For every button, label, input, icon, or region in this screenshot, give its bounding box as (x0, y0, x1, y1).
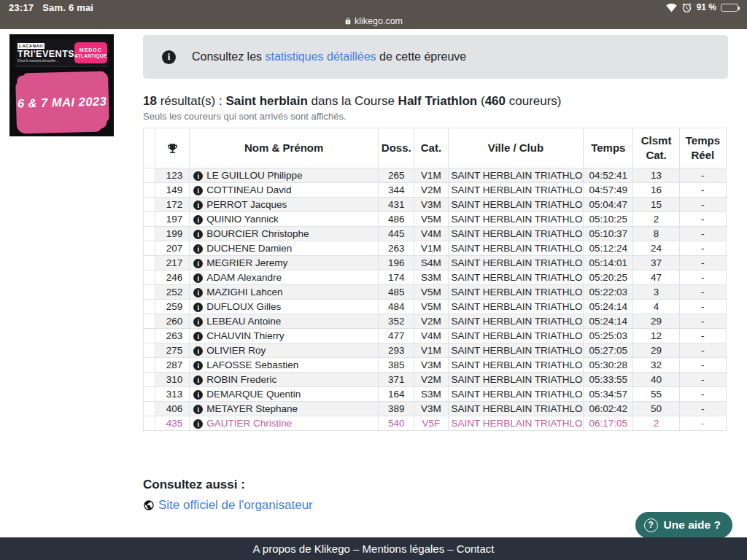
table-row: 217iMEGRIER Jeremy196S4MSAINT HERBLAIN T… (144, 256, 727, 271)
cell-time: 05:25:03 (584, 329, 633, 343)
table-row: 207iDUCHENE Damien263V1MSAINT HERBLAIN T… (144, 241, 727, 256)
info-icon[interactable]: i (193, 303, 203, 312)
cell-bib: 293 (379, 343, 414, 358)
poster-brush-stroke: 6 & 7 MAI 2023 (17, 73, 107, 131)
cell-blank (144, 402, 155, 416)
info-icon[interactable]: i (193, 244, 203, 254)
info-icon[interactable]: i (193, 346, 203, 356)
cell-blank (144, 256, 155, 271)
cell-time: 06:17:05 (584, 416, 633, 431)
cell-rank: 207 (155, 241, 190, 256)
cell-real_time: - (679, 416, 726, 431)
column-header-blank (144, 128, 155, 168)
cell-club: SAINT HERBLAIN TRIATHLON (448, 198, 584, 212)
cell-bib: 486 (379, 212, 414, 227)
runner-name: QUINIO Yannick (206, 214, 279, 225)
info-icon[interactable]: i (193, 201, 203, 210)
cell-cat_rank: 13 (633, 168, 679, 183)
cell-name: iLAFOSSE Sebastien (190, 358, 379, 373)
lock-icon (344, 18, 352, 25)
footer-separator: – (350, 542, 363, 555)
detailed-statistics-link[interactable]: statistiques détaillées (266, 50, 376, 63)
cell-time: 05:10:25 (584, 212, 633, 227)
cell-cat: V2M (414, 183, 448, 198)
footer-link-2[interactable]: Mentions légales (363, 542, 445, 555)
poster-dates: 6 & 7 MAI 2023 (17, 93, 107, 109)
runner-name: LE GUILLOU Philippe (206, 170, 302, 181)
cell-cat: V2M (414, 373, 448, 387)
cell-cat_rank: 40 (633, 373, 679, 387)
poster-tagline: C'est le moment d'exceller ... (18, 60, 74, 63)
info-icon[interactable]: i (193, 317, 203, 327)
trophy-icon (166, 142, 179, 155)
info-icon[interactable]: i (193, 361, 203, 370)
globe-icon (143, 499, 155, 511)
runner-name: OLIVIER Roy (206, 345, 266, 356)
info-icon[interactable]: i (193, 376, 203, 385)
cell-bib: 164 (379, 387, 414, 402)
table-row: 435iGAUTIER Christine540V5FSAINT HERBLAI… (144, 416, 727, 431)
runner-name: BOURCIER Christophe (206, 228, 309, 239)
info-icon[interactable]: i (193, 259, 203, 268)
cell-blank (144, 241, 155, 256)
info-icon[interactable]: i (193, 171, 203, 181)
info-icon[interactable]: i (193, 273, 203, 283)
cell-rank: 287 (155, 358, 190, 373)
cell-cat_rank: 32 (633, 358, 679, 373)
help-button[interactable]: ? Une aide ? (635, 512, 732, 538)
event-poster: LACANAU TRI'EVENTS C'est le moment d'exc… (9, 34, 114, 136)
table-row: 313iDEMARQUE Quentin164S3MSAINT HERBLAIN… (144, 387, 727, 402)
cell-cat_rank: 37 (633, 256, 679, 271)
cell-cat_rank: 50 (633, 402, 679, 416)
runner-name: METAYER Stephane (206, 403, 298, 414)
page-title-part: résultat(s) : (157, 94, 225, 108)
cell-real_time: - (679, 241, 726, 256)
cell-real_time: - (679, 387, 726, 402)
footer-link-3[interactable]: Contact (457, 542, 495, 555)
organizer-site-link[interactable]: Site officiel de l'organisateur (158, 498, 313, 513)
page-title-part: 460 (485, 94, 506, 108)
cell-cat_rank: 29 (633, 343, 679, 358)
cell-rank: 259 (155, 300, 190, 314)
table-row: 252iMAZIGHI Lahcen485V5MSAINT HERBLAIN T… (144, 285, 727, 300)
info-icon[interactable]: i (193, 332, 203, 341)
cell-name: iPERROT Jacques (190, 198, 379, 212)
cell-bib: 477 (379, 329, 414, 343)
table-row: 275iOLIVIER Roy293V1MSAINT HERBLAIN TRIA… (144, 343, 727, 358)
column-header-time: Temps (584, 128, 633, 168)
cell-blank (144, 416, 155, 431)
table-row: 199iBOURCIER Christophe445V4MSAINT HERBL… (144, 227, 727, 241)
cell-cat: V5M (414, 285, 448, 300)
info-icon[interactable]: i (193, 230, 203, 239)
stats-info-banner: i Consultez les statistiques détaillées … (143, 35, 728, 79)
info-icon[interactable]: i (193, 215, 203, 225)
url-bar[interactable]: klikego.com (0, 14, 747, 28)
page-title-part: dans la Course (308, 94, 398, 108)
page-title-part: Half Triathlon (398, 94, 478, 108)
cell-rank: 172 (155, 198, 190, 212)
info-icon[interactable]: i (193, 288, 203, 298)
cell-club: SAINT HERBLAIN TRIATHLON (448, 402, 584, 416)
cell-rank: 149 (155, 183, 190, 198)
runner-name: ROBIN Frederic (206, 374, 276, 385)
cell-time: 05:24:14 (584, 314, 633, 329)
footer-link-1[interactable]: A propos de Klikego (252, 542, 349, 555)
info-icon[interactable]: i (193, 405, 203, 414)
info-icon[interactable]: i (193, 390, 203, 400)
cell-club: SAINT HERBLAIN TRIATHLON (448, 256, 584, 271)
runner-name: MAZIGHI Lahcen (206, 287, 282, 298)
cell-blank (144, 358, 155, 373)
runner-name: ADAM Alexandre (206, 272, 282, 283)
cell-rank: 217 (155, 256, 190, 271)
runner-name: PERROT Jacques (206, 199, 287, 210)
cell-club: SAINT HERBLAIN TRIATHLON (448, 300, 584, 314)
info-icon[interactable]: i (193, 419, 203, 429)
cell-blank (144, 271, 155, 285)
cell-blank (144, 227, 155, 241)
runner-name: CHAUVIN Thierry (206, 330, 284, 341)
cell-rank: 275 (155, 343, 190, 358)
info-icon[interactable]: i (193, 186, 203, 195)
cell-real_time: - (679, 212, 726, 227)
cell-club: SAINT HERBLAIN TRIATHLON (448, 358, 584, 373)
cell-name: iDEMARQUE Quentin (190, 387, 379, 402)
